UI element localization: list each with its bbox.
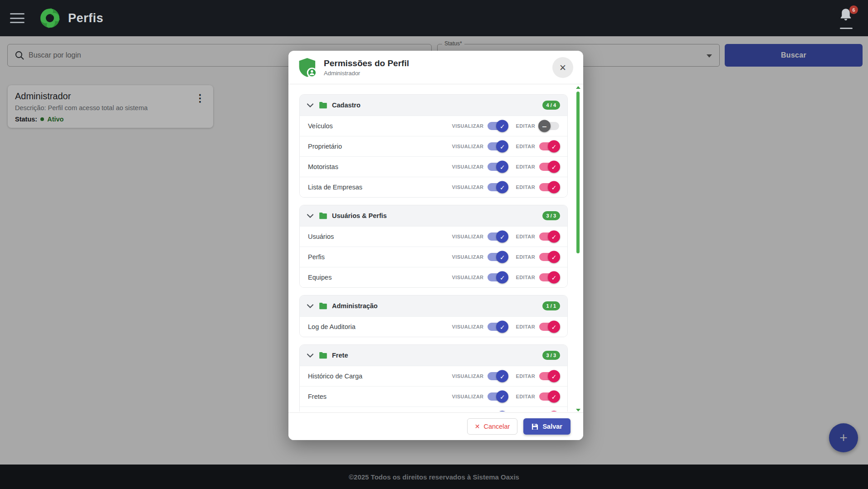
notifications-button[interactable]: 6 [839,7,854,29]
toggle-knob-icon: ✓ [548,251,560,263]
editar-label: EDITAR [516,324,535,329]
section-badge: 1 / 1 [542,301,560,310]
section-rows: Log de Auditoria VISUALIZAR ✓ EDITAR ✓ [300,316,567,337]
folder-icon [319,302,327,310]
toggle-knob-icon: ✓ [548,231,560,243]
row-controls: VISUALIZAR ✓ EDITAR ✓ [452,372,559,380]
hamburger-menu-icon[interactable] [10,13,24,23]
editar-toggle[interactable]: ✓ [539,372,559,380]
cancel-button-label: Cancelar [483,423,510,430]
editar-label: EDITAR [516,394,535,399]
section-rows: Veículos VISUALIZAR ✓ EDITAR − Proprietá… [300,116,567,197]
editar-label: EDITAR [516,184,535,190]
modal-title: Permissões do Perfil [324,58,409,68]
editar-label: EDITAR [516,373,535,379]
permission-row: Motoristas VISUALIZAR ✓ EDITAR ✓ [300,156,567,177]
visualizar-label: VISUALIZAR [452,184,483,190]
editar-toggle[interactable]: ✓ [539,183,559,191]
app-logo-icon [39,7,61,29]
row-controls: VISUALIZAR ✓ EDITAR ✓ [452,273,559,281]
visualizar-toggle[interactable]: ✓ [488,323,507,331]
chevron-down-icon [307,103,313,107]
toggle-knob-icon: ✓ [496,321,508,333]
toggle-knob-icon: ✓ [496,391,508,403]
toggle-knob-icon: ✓ [548,370,560,382]
visualizar-label: VISUALIZAR [452,394,483,399]
visualizar-label: VISUALIZAR [452,373,483,379]
permission-section: Frete 3 / 3 Histórico de Carga VISUALIZA… [299,344,568,412]
visualizar-toggle[interactable]: ✓ [488,142,507,150]
permission-row: Proprietário VISUALIZAR ✓ EDITAR ✓ [300,136,567,156]
folder-icon [319,212,327,219]
editar-label: EDITAR [516,254,535,260]
section-header[interactable]: Cadastro 4 / 4 [300,95,567,116]
section-name: Cadastro [332,102,361,109]
permission-label: Veículos [308,122,333,130]
permission-row: Veículos VISUALIZAR ✓ EDITAR − [300,116,567,136]
save-button-label: Salvar [542,423,562,430]
section-badge: 3 / 3 [542,211,560,220]
visualizar-toggle[interactable]: ✓ [488,273,507,281]
permission-section: Usuários & Perfis 3 / 3 Usuários VISUALI… [299,205,568,288]
permission-row: Histórico de Carga VISUALIZAR ✓ EDITAR ✓ [300,366,567,386]
chevron-down-icon [307,304,313,308]
permission-label: Proprietário [308,143,342,150]
section-rows: Usuários VISUALIZAR ✓ EDITAR ✓ Perfis VI… [300,226,567,287]
section-name: Frete [332,352,348,359]
visualizar-label: VISUALIZAR [452,144,483,149]
scroll-up-arrow-icon[interactable] [576,86,580,89]
toggle-knob-icon: ✓ [548,271,560,284]
visualizar-toggle[interactable]: ✓ [488,163,507,171]
toggle-knob-icon: ✓ [548,181,560,194]
visualizar-label: VISUALIZAR [452,164,483,169]
editar-toggle[interactable]: ✓ [539,142,559,150]
section-header[interactable]: Administração 1 / 1 [300,295,567,316]
visualizar-toggle[interactable]: ✓ [488,253,507,261]
visualizar-label: VISUALIZAR [452,254,483,260]
visualizar-label: VISUALIZAR [452,234,483,239]
row-controls: VISUALIZAR ✓ EDITAR ✓ [452,163,559,171]
section-header[interactable]: Usuários & Perfis 3 / 3 [300,205,567,226]
toggle-knob-icon: ✓ [548,411,560,412]
editar-toggle[interactable]: ✓ [539,163,559,171]
editar-toggle[interactable]: − [539,122,559,130]
close-button[interactable]: ✕ [552,57,573,78]
editar-toggle[interactable]: ✓ [539,392,559,401]
notification-count-badge: 6 [849,5,858,14]
permission-section: Administração 1 / 1 Log de Auditoria VIS… [299,295,568,337]
visualizar-toggle[interactable]: ✓ [488,122,507,130]
visualizar-toggle[interactable]: ✓ [488,372,507,380]
editar-toggle[interactable]: ✓ [539,253,559,261]
visualizar-label: VISUALIZAR [452,324,483,329]
toggle-knob-icon: ✓ [548,140,560,153]
toggle-knob-icon: ✓ [548,161,560,173]
editar-toggle[interactable]: ✓ [539,232,559,241]
editar-toggle[interactable]: ✓ [539,323,559,331]
visualizar-label: VISUALIZAR [452,275,483,280]
visualizar-label: VISUALIZAR [452,123,483,129]
row-controls: VISUALIZAR ✓ EDITAR ✓ [452,253,559,261]
section-badge: 4 / 4 [542,101,560,110]
permission-label: Equipes [308,274,332,281]
row-controls: VISUALIZAR ✓ EDITAR ✓ [452,392,559,401]
save-button[interactable]: Salvar [523,418,571,435]
toggle-knob-icon: ✓ [548,391,560,403]
visualizar-toggle[interactable]: ✓ [488,183,507,191]
visualizar-toggle[interactable]: ✓ [488,232,507,241]
editar-toggle[interactable]: ✓ [539,273,559,281]
scrollbar-thumb[interactable] [576,92,580,253]
section-badge: 3 / 3 [542,351,560,360]
cancel-x-icon: ✕ [475,423,480,430]
notification-underline [840,28,853,29]
permission-row: Lista de Empresas VISUALIZAR ✓ EDITAR ✓ [300,177,567,197]
permissions-modal: Permissões do Perfil Administrador ✕ Cad… [288,51,583,440]
editar-label: EDITAR [516,234,535,239]
editar-label: EDITAR [516,275,535,280]
cancel-button[interactable]: ✕ Cancelar [467,418,518,435]
shield-profile-icon [298,57,317,78]
visualizar-toggle[interactable]: ✓ [488,392,507,401]
section-header[interactable]: Frete 3 / 3 [300,345,567,366]
row-controls: VISUALIZAR ✓ EDITAR − [452,122,559,130]
modal-subtitle: Administrador [324,70,409,77]
scroll-down-arrow-icon[interactable] [576,409,580,412]
